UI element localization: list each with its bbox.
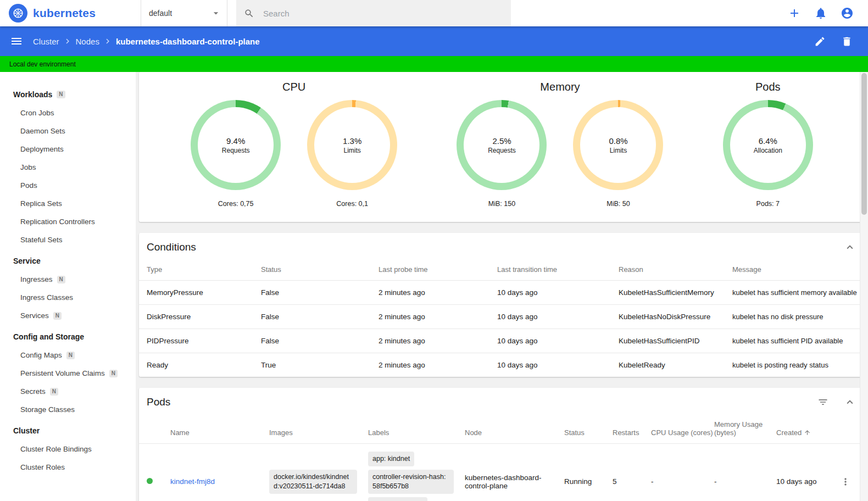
- condition-reason-cell: KubeletHasSufficientMemory: [613, 281, 727, 305]
- sidebar-item-replica-sets[interactable]: Replica Sets: [0, 194, 136, 213]
- sidebar-section-label: Service: [13, 257, 41, 265]
- sidebar-item-label: Daemon Sets: [20, 127, 65, 135]
- donut-label: Requests: [222, 147, 250, 154]
- environment-banner: Local dev environment: [0, 56, 868, 72]
- sidebar-item-label: Stateful Sets: [20, 236, 63, 244]
- sidebar-item-cron-jobs[interactable]: Cron Jobs: [0, 104, 136, 122]
- condition-probe-cell: 2 minutes ago: [373, 281, 492, 305]
- sidebar-item-stateful-sets[interactable]: Stateful Sets: [0, 231, 136, 249]
- condition-type-cell: Ready: [139, 353, 255, 377]
- filter-icon[interactable]: [817, 397, 828, 408]
- menu-icon[interactable]: [10, 35, 23, 48]
- pod-label-chip: controller-revision-hash: 58f5b657b8: [368, 470, 454, 494]
- table-row: Ready True 2 minutes ago 10 days ago Kub…: [139, 353, 865, 377]
- namespaced-badge: N: [109, 370, 118, 377]
- sidebar-item-ingress-classes[interactable]: Ingress Classes: [0, 288, 136, 307]
- delete-button[interactable]: [841, 36, 853, 47]
- chevron-right-icon: [103, 36, 113, 46]
- collapse-conditions-button[interactable]: [844, 241, 856, 253]
- brand[interactable]: kubernetes: [0, 4, 141, 23]
- column-header-created[interactable]: Created: [771, 415, 826, 444]
- collapse-pods-button[interactable]: [844, 396, 856, 408]
- sidebar-item-secrets[interactable]: Secrets N: [0, 382, 136, 400]
- account-button[interactable]: [841, 7, 854, 20]
- condition-transition-cell: 10 days ago: [492, 281, 613, 305]
- condition-reason-cell: KubeletHasSufficientPID: [613, 329, 727, 353]
- table-row[interactable]: kindnet-fmj8d docker.io/kindest/kindnetd…: [139, 444, 865, 501]
- donut-percent: 2.5%: [492, 136, 511, 146]
- pods-header-row: Name Images Labels Node Status Restarts …: [139, 415, 865, 444]
- sidebar-item-label: Cron Jobs: [20, 109, 54, 117]
- kubernetes-logo-icon: [9, 4, 27, 23]
- table-row: DiskPressure False 2 minutes ago 10 days…: [139, 305, 865, 329]
- sidebar-item-replication-controllers[interactable]: Replication Controllers: [0, 213, 136, 231]
- search-bar[interactable]: [236, 0, 511, 26]
- scrollbar-thumb[interactable]: [861, 73, 867, 215]
- sidebar-item-storage-classes[interactable]: Storage Classes: [0, 400, 136, 419]
- sidebar-item-label: Workloads: [13, 90, 52, 99]
- condition-status-cell: False: [255, 305, 373, 329]
- column-header-restarts[interactable]: Restarts: [607, 415, 646, 444]
- column-header-message: Message: [727, 260, 865, 281]
- search-input[interactable]: [263, 9, 503, 18]
- condition-probe-cell: 2 minutes ago: [373, 353, 492, 377]
- sort-ascending-icon: [804, 429, 811, 436]
- column-header-last-probe-time: Last probe time: [373, 260, 492, 281]
- sidebar-item-label: Cluster Roles: [20, 463, 65, 471]
- breadcrumb-cluster-link[interactable]: Cluster: [33, 37, 59, 46]
- sidebar-item-services[interactable]: Services N: [0, 307, 136, 325]
- add-resource-button[interactable]: [788, 7, 801, 20]
- sidebar-item-pods[interactable]: Pods: [0, 176, 136, 194]
- cpu-chart-group: CPU 9.4% Requests Cores: 0,75: [191, 77, 397, 208]
- scrollbar[interactable]: [860, 72, 868, 501]
- pod-name-link[interactable]: kindnet-fmj8d: [170, 477, 215, 486]
- donut-caption: Cores: 0,75: [218, 200, 254, 208]
- condition-reason-cell: KubeletReady: [613, 353, 727, 377]
- sidebar-item-deployments[interactable]: Deployments: [0, 140, 136, 158]
- sidebar-item-cluster-roles[interactable]: Cluster Roles: [0, 458, 136, 476]
- sidebar-section-label: Config and Storage: [13, 332, 84, 341]
- column-header-memory-usage[interactable]: Memory Usage (bytes): [709, 415, 771, 444]
- namespaced-badge: N: [50, 388, 58, 396]
- donut-percent: 6.4%: [759, 136, 777, 146]
- pods-table: Name Images Labels Node Status Restarts …: [139, 415, 865, 501]
- column-header-labels[interactable]: Labels: [363, 415, 459, 444]
- column-header-name[interactable]: Name: [165, 415, 264, 444]
- table-row: PIDPressure False 2 minutes ago 10 days …: [139, 329, 865, 353]
- main-layout: Workloads N Cron Jobs Daemon Sets Deploy…: [0, 72, 868, 501]
- search-icon: [244, 8, 254, 19]
- sidebar-section-config-and-storage: Config and Storage: [0, 327, 136, 346]
- pod-label-chip: k8s-app: kindnet: [368, 497, 427, 501]
- column-header-row-menu: [826, 415, 865, 444]
- notifications-button[interactable]: [814, 7, 827, 20]
- edit-button[interactable]: [814, 36, 826, 47]
- sidebar-item-config-maps[interactable]: Config Maps N: [0, 346, 136, 364]
- breadcrumb: Cluster Nodes kubernetes-dashboard-contr…: [33, 36, 260, 46]
- column-header-images[interactable]: Images: [264, 415, 363, 444]
- column-header-cpu-usage[interactable]: CPU Usage (cores): [646, 415, 709, 444]
- sidebar-item-label: Ingresses: [20, 275, 53, 283]
- column-header-node[interactable]: Node: [459, 415, 559, 444]
- conditions-title: Conditions: [147, 241, 196, 253]
- namespaced-badge: N: [66, 352, 75, 359]
- condition-status-cell: False: [255, 329, 373, 353]
- column-header-reason: Reason: [613, 260, 727, 281]
- row-menu-icon[interactable]: [840, 476, 851, 487]
- namespace-value: default: [149, 9, 172, 18]
- sidebar-item-cluster-role-bindings[interactable]: Cluster Role Bindings: [0, 440, 136, 458]
- column-header-status[interactable]: Status: [559, 415, 607, 444]
- sidebar-item-jobs[interactable]: Jobs: [0, 158, 136, 176]
- pods-title: Pods: [147, 396, 170, 408]
- donut-caption: MiB: 150: [488, 200, 515, 208]
- sidebar: Workloads N Cron Jobs Daemon Sets Deploy…: [0, 72, 136, 501]
- sidebar-item-ingresses[interactable]: Ingresses N: [0, 270, 136, 288]
- sidebar-item-workloads[interactable]: Workloads N: [0, 85, 136, 104]
- sidebar-item-label: Storage Classes: [20, 405, 75, 414]
- sidebar-item-daemon-sets[interactable]: Daemon Sets: [0, 122, 136, 140]
- sidebar-item-persistent-volume-claims[interactable]: Persistent Volume Claims N: [0, 364, 136, 382]
- column-header-created-label: Created: [776, 428, 802, 437]
- sidebar-item-label: Replica Sets: [20, 199, 62, 208]
- condition-probe-cell: 2 minutes ago: [373, 329, 492, 353]
- namespace-select[interactable]: default: [141, 0, 227, 26]
- breadcrumb-nodes-link[interactable]: Nodes: [76, 37, 99, 46]
